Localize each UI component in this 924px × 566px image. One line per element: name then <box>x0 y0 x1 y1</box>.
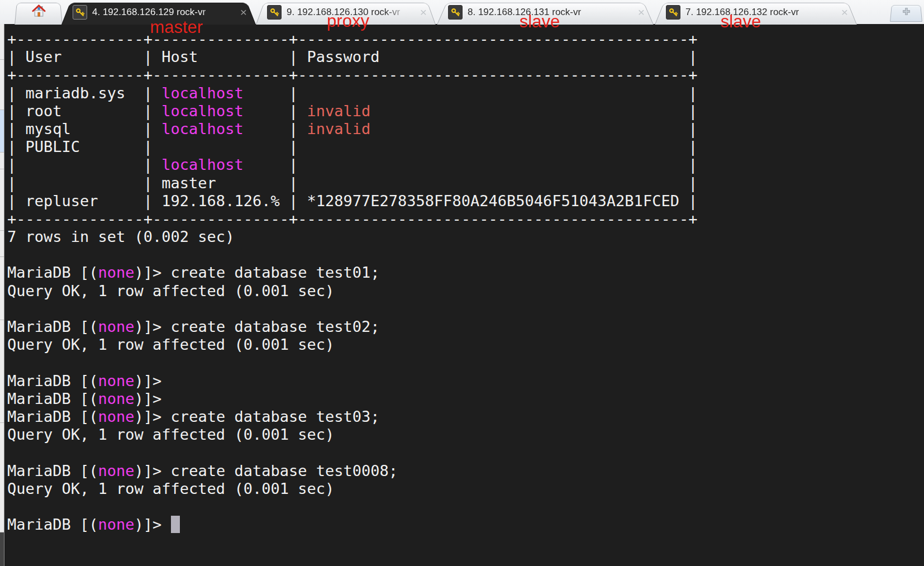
edge-segment <box>0 24 4 60</box>
terminal-line: | | master | | <box>7 174 924 192</box>
terminal-line: +--------------+---------------+--------… <box>7 210 924 228</box>
key-icon <box>73 5 87 20</box>
terminal-line: Query OK, 1 row affected (0.001 sec) <box>7 336 924 354</box>
left-edge-strip <box>0 24 4 566</box>
close-icon[interactable]: × <box>638 6 645 18</box>
terminal-line: MariaDB [(none)]> <box>7 372 924 390</box>
plus-icon <box>901 6 912 19</box>
key-icon <box>666 5 680 20</box>
terminal-line: | User | Host | Password | <box>7 48 924 66</box>
terminal-line <box>7 354 924 372</box>
close-icon[interactable]: × <box>420 6 427 18</box>
terminal-line: | | localhost | | <box>7 156 924 174</box>
terminal-line: MariaDB [(none)]> create database test02… <box>7 318 924 336</box>
terminal-line <box>7 300 924 318</box>
terminal-line: Query OK, 1 row affected (0.001 sec) <box>7 480 924 498</box>
edge-segment <box>0 257 4 320</box>
terminal-line: +--------------+---------------+--------… <box>7 66 924 84</box>
key-icon <box>267 5 282 20</box>
edge-segment <box>0 532 4 566</box>
close-icon[interactable]: × <box>240 6 247 18</box>
terminal-line <box>7 444 924 462</box>
annotation-proxy: proxy <box>327 11 369 31</box>
terminal-line: | repluser | 192.168.126.% | *128977E278… <box>7 192 924 210</box>
terminal-line: MariaDB [(none)]> create database test00… <box>7 462 924 480</box>
terminal-line <box>7 498 924 516</box>
terminal-line: +--------------+---------------+--------… <box>7 30 924 48</box>
edge-segment <box>0 153 4 169</box>
terminal-output: +--------------+---------------+--------… <box>0 24 924 534</box>
edge-segment <box>0 231 4 257</box>
browser-tab-bar: 4. 192.168.126.129 rock-vr × 9. 192.168.… <box>0 0 924 24</box>
terminal-line: 7 rows in set (0.002 sec) <box>7 228 924 246</box>
edge-segment <box>0 423 4 532</box>
terminal-line: MariaDB [(none)]> create database test03… <box>7 408 924 426</box>
close-icon[interactable]: × <box>841 6 848 18</box>
edge-segment <box>0 60 4 110</box>
home-tab[interactable] <box>15 0 63 24</box>
annotation-slave-1: slave <box>520 12 560 32</box>
terminal-line: MariaDB [(none)]> create database test01… <box>7 264 924 282</box>
new-tab-button[interactable] <box>890 3 922 22</box>
terminal-cursor <box>171 516 180 533</box>
edge-segment-highlight <box>0 110 4 153</box>
key-icon <box>448 5 463 20</box>
edge-segment <box>0 320 4 423</box>
terminal-screen[interactable]: +--------------+---------------+--------… <box>0 24 924 566</box>
terminal-line <box>7 246 924 264</box>
terminal-line: MariaDB [(none)]> <box>7 516 924 534</box>
terminal-line: MariaDB [(none)]> <box>7 390 924 408</box>
tab-title: 4. 192.168.126.129 rock-vr <box>92 7 235 18</box>
terminal-line: | root | localhost | invalid | <box>7 102 924 120</box>
terminal-line: Query OK, 1 row affected (0.001 sec) <box>7 282 924 300</box>
annotation-slave-2: slave <box>721 12 761 32</box>
edge-segment <box>0 169 4 231</box>
terminal-line: | PUBLIC | | | <box>7 138 924 156</box>
annotation-master: master <box>150 17 203 37</box>
terminal-line: | mariadb.sys | localhost | | <box>7 84 924 102</box>
terminal-line: Query OK, 1 row affected (0.001 sec) <box>7 426 924 444</box>
terminal-line: | mysql | localhost | invalid | <box>7 120 924 138</box>
home-icon <box>31 3 46 21</box>
